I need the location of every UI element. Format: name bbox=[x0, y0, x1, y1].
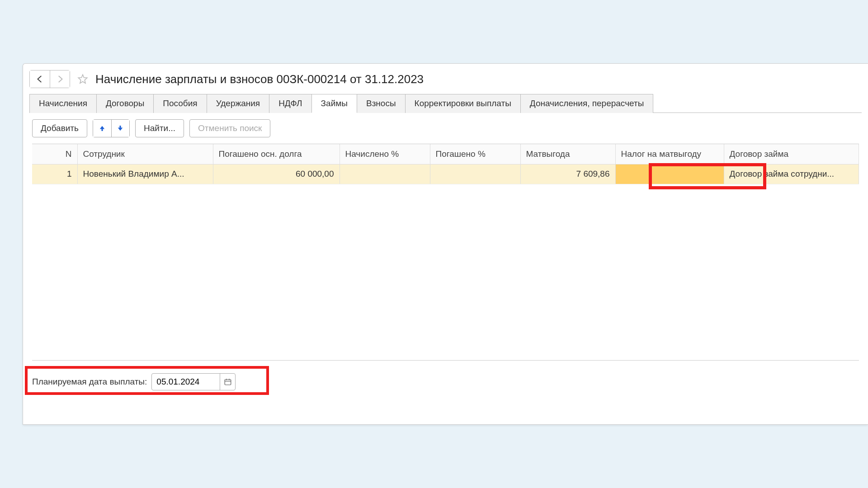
planned-date-label: Планируемая дата выплаты: bbox=[32, 377, 147, 387]
tab-bar: Начисления Договоры Пособия Удержания НД… bbox=[29, 94, 862, 113]
col-header-mat-benefit[interactable]: Матвыгода bbox=[520, 144, 615, 164]
tab-benefits[interactable]: Пособия bbox=[153, 94, 207, 113]
cell-employee[interactable]: Новенький Владимир А... bbox=[77, 164, 213, 184]
tab-recalculations[interactable]: Доначисления, перерасчеты bbox=[520, 94, 654, 113]
add-button[interactable]: Добавить bbox=[32, 119, 87, 137]
tab-payment-adjustments[interactable]: Корректировки выплаты bbox=[405, 94, 521, 113]
tab-ndfl[interactable]: НДФЛ bbox=[269, 94, 311, 113]
col-header-contract[interactable]: Договор займа bbox=[724, 144, 859, 164]
planned-date-field[interactable] bbox=[151, 373, 236, 390]
page-title: Начисление зарплаты и взносов 00ЗК-00021… bbox=[95, 72, 424, 86]
tab-accruals[interactable]: Начисления bbox=[29, 94, 97, 113]
find-button[interactable]: Найти... bbox=[135, 119, 184, 137]
cell-tax-mat-benefit[interactable] bbox=[615, 164, 724, 184]
move-down-button[interactable] bbox=[111, 120, 129, 137]
col-header-paid-principal[interactable]: Погашено осн. долга bbox=[213, 144, 340, 164]
cell-n[interactable]: 1 bbox=[32, 164, 77, 184]
cell-accrued-pct[interactable] bbox=[340, 164, 430, 184]
header-bar: Начисление зарплаты и взносов 00ЗК-00021… bbox=[23, 70, 868, 94]
favorite-button[interactable] bbox=[74, 70, 92, 88]
cell-paid-pct[interactable] bbox=[430, 164, 520, 184]
back-button[interactable] bbox=[30, 70, 50, 88]
cancel-search-button[interactable]: Отменить поиск bbox=[189, 119, 270, 137]
footer-planned-date: Планируемая дата выплаты: bbox=[32, 373, 859, 390]
tab-contributions[interactable]: Взносы bbox=[357, 94, 406, 113]
document-window: Начисление зарплаты и взносов 00ЗК-00021… bbox=[23, 63, 868, 425]
tab-deductions[interactable]: Удержания bbox=[207, 94, 269, 113]
planned-date-input[interactable] bbox=[152, 374, 220, 390]
nav-history-group bbox=[29, 70, 70, 88]
col-header-paid-pct[interactable]: Погашено % bbox=[430, 144, 520, 164]
table-toolbar: Добавить Найти... Отменить поиск bbox=[23, 113, 868, 144]
col-header-n[interactable]: N bbox=[32, 144, 77, 164]
loans-table-wrap: N Сотрудник Погашено осн. долга Начислен… bbox=[32, 144, 859, 361]
svg-rect-0 bbox=[225, 380, 231, 385]
move-rows-group bbox=[93, 119, 130, 137]
cell-mat-benefit[interactable]: 7 609,86 bbox=[520, 164, 615, 184]
tab-loans[interactable]: Займы bbox=[311, 94, 357, 113]
col-header-employee[interactable]: Сотрудник bbox=[77, 144, 213, 164]
tab-contracts[interactable]: Договоры bbox=[96, 94, 154, 113]
move-up-button[interactable] bbox=[93, 120, 111, 137]
loans-table: N Сотрудник Погашено осн. долга Начислен… bbox=[32, 144, 859, 184]
forward-button[interactable] bbox=[50, 70, 70, 88]
col-header-tax-mat-benefit[interactable]: Налог на матвыгоду bbox=[615, 144, 724, 164]
cell-paid-principal[interactable]: 60 000,00 bbox=[213, 164, 340, 184]
table-row[interactable]: 1 Новенький Владимир А... 60 000,00 7 60… bbox=[32, 164, 859, 184]
calendar-button[interactable] bbox=[220, 374, 235, 390]
table-header-row: N Сотрудник Погашено осн. долга Начислен… bbox=[32, 144, 859, 164]
col-header-accrued-pct[interactable]: Начислено % bbox=[340, 144, 430, 164]
cell-contract[interactable]: Договор займа сотрудни... bbox=[724, 164, 859, 184]
